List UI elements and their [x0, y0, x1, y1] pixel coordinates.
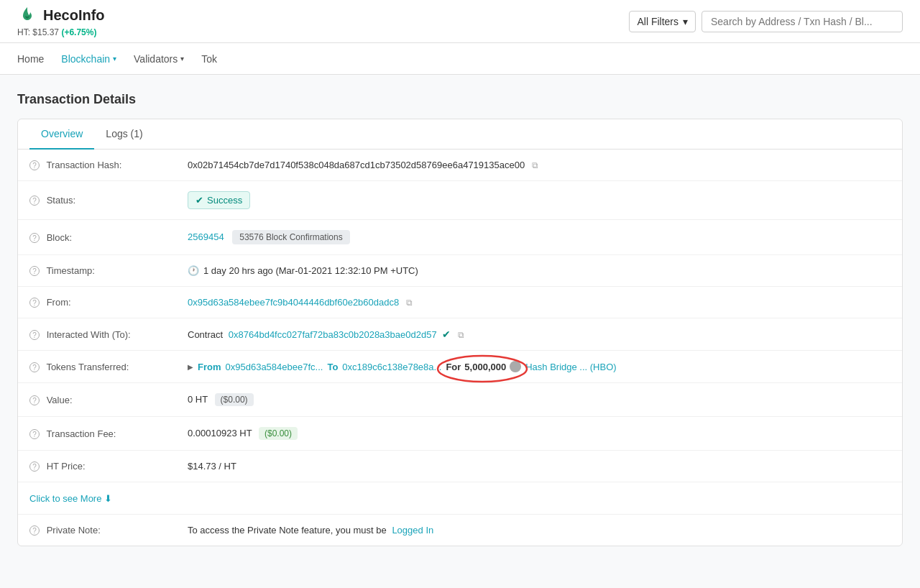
copy-icon[interactable]: ⧉	[406, 298, 413, 308]
chevron-down-icon: ▾	[180, 55, 184, 63]
copy-icon[interactable]: ⧉	[458, 330, 464, 340]
tab-logs[interactable]: Logs (1)	[94, 119, 154, 150]
table-row: ? Value: 0 HT ($0.00)	[18, 383, 902, 417]
header-right: All Filters ▾	[629, 11, 903, 32]
ht-price: HT: $15.37 (+6.75%)	[17, 27, 105, 37]
see-more-row: Click to see More ⬇	[18, 482, 902, 514]
timestamp-row: 🕐 1 day 20 hrs ago (Mar-01-2021 12:32:10…	[188, 265, 891, 276]
from-value: 0x95d63a584ebee7fc9b4044446dbf60e2b60dad…	[176, 287, 902, 318]
tokens-to-address[interactable]: 0xc189c6c138e78e8a...	[342, 362, 441, 372]
tokens-transferred-label: ? Tokens Transferred:	[18, 351, 176, 383]
contract-address-link[interactable]: 0x8764bd4fcc027faf72ba83c0b2028a3bae0d2d…	[229, 329, 437, 340]
from-address-link[interactable]: 0x95d63a584ebee7fc9b4044446dbf60e2b60dad…	[188, 297, 399, 308]
clock-icon: 🕐	[188, 265, 199, 276]
help-icon[interactable]: ?	[29, 395, 40, 405]
help-icon[interactable]: ?	[29, 429, 40, 439]
filter-dropdown[interactable]: All Filters ▾	[629, 11, 696, 32]
tab-overview[interactable]: Overview	[29, 119, 94, 150]
help-icon[interactable]: ?	[29, 160, 40, 170]
from-label: ? From:	[18, 287, 176, 318]
see-more-label: Click to see More	[29, 493, 101, 504]
help-icon[interactable]: ?	[29, 266, 40, 276]
arrow-right-icon: ▶	[188, 363, 193, 371]
nav-validators[interactable]: Validators ▾	[134, 45, 184, 73]
ht-price-value: $14.73 / HT	[176, 451, 902, 482]
main-content: Transaction Details Overview Logs (1) ? …	[0, 75, 920, 564]
token-name-link[interactable]: Hash Bridge ... (HBO)	[525, 362, 616, 372]
status-badge: ✔ Success	[188, 191, 250, 209]
transaction-fee-value: 0.00010923 HT ($0.00)	[176, 417, 902, 451]
block-number-link[interactable]: 2569454	[188, 231, 224, 242]
nav-tok-label: Tok	[201, 53, 217, 65]
fee-usd-badge: ($0.00)	[259, 427, 298, 440]
token-amount-highlight: For 5,000,000	[446, 361, 521, 372]
chevron-down-icon: ▾	[113, 55, 116, 63]
nav-validators-label: Validators	[134, 53, 178, 65]
timestamp-label: ? Timestamp:	[18, 255, 176, 287]
status-label: ? Status:	[18, 181, 176, 220]
copy-icon[interactable]: ⧉	[532, 160, 538, 170]
block-value: 2569454 53576 Block Confirmations	[176, 220, 902, 255]
chevron-down-icon: ▾	[683, 16, 688, 27]
logo-area: HecoInfo HT: $15.37 (+6.75%)	[17, 6, 105, 37]
check-icon: ✔	[196, 195, 203, 206]
verified-icon: ✔	[442, 329, 451, 340]
search-input[interactable]	[702, 11, 903, 32]
logged-in-link[interactable]: Logged In	[392, 525, 433, 536]
tokens-transferred-value: ▶ From 0x95d63a584ebee7fc... To 0xc189c6…	[176, 351, 902, 383]
table-row: ? HT Price: $14.73 / HT	[18, 451, 902, 482]
help-icon[interactable]: ?	[29, 298, 40, 308]
for-keyword: For	[446, 362, 461, 372]
detail-table: ? Transaction Hash: 0x02b71454cb7de7d174…	[18, 150, 902, 482]
header: HecoInfo HT: $15.37 (+6.75%) All Filters…	[0, 0, 920, 43]
token-icon	[510, 361, 521, 372]
help-icon[interactable]: ?	[29, 525, 40, 536]
table-row: ? Transaction Hash: 0x02b71454cb7de7d174…	[18, 150, 902, 181]
tokens-row: ▶ From 0x95d63a584ebee7fc... To 0xc189c6…	[188, 361, 891, 372]
ht-price-label: ? HT Price:	[18, 451, 176, 482]
help-icon[interactable]: ?	[29, 196, 40, 206]
interacted-with-label: ? Interacted With (To):	[18, 318, 176, 351]
ht-price-value: HT: $15.37	[17, 27, 59, 37]
table-row: ? Timestamp: 🕐 1 day 20 hrs ago (Mar-01-…	[18, 255, 902, 287]
transaction-fee-label: ? Transaction Fee:	[18, 417, 176, 451]
from-keyword: From	[198, 362, 221, 372]
usd-badge: ($0.00)	[215, 393, 254, 406]
tokens-from-address[interactable]: 0x95d63a584ebee7fc...	[226, 362, 323, 372]
private-note-label: ? Private Note:	[18, 515, 176, 546]
help-icon[interactable]: ?	[29, 330, 40, 340]
page-title: Transaction Details	[17, 92, 903, 107]
token-amount-value: 5,000,000	[464, 362, 506, 372]
transaction-hash-label: ? Transaction Hash:	[18, 150, 176, 181]
table-row: ? From: 0x95d63a584ebee7fc9b4044446dbf60…	[18, 287, 902, 318]
private-note-row: ? Private Note: To access the Private No…	[18, 515, 902, 546]
status-value: ✔ Success	[176, 181, 902, 220]
table-row: ? Tokens Transferred: ▶ From 0x95d63a584…	[18, 351, 902, 383]
help-icon[interactable]: ?	[29, 233, 40, 243]
table-row: ? Interacted With (To): Contract 0x8764b…	[18, 318, 902, 351]
filter-label: All Filters	[637, 16, 678, 27]
see-more-button[interactable]: Click to see More ⬇	[29, 493, 112, 504]
block-label: ? Block:	[18, 220, 176, 255]
private-note-value: To access the Private Note feature, you …	[176, 515, 902, 546]
nav-blockchain[interactable]: Blockchain ▾	[61, 45, 116, 73]
logo-text: HecoInfo	[43, 7, 105, 24]
nav-bar: Home Blockchain ▾ Validators ▾ Tok	[0, 43, 920, 75]
tabs: Overview Logs (1)	[18, 119, 902, 150]
ht-price-change: (+6.75%)	[61, 27, 96, 37]
value-label: ? Value:	[18, 383, 176, 417]
value-value: 0 HT ($0.00)	[176, 383, 902, 417]
flame-icon	[17, 6, 37, 26]
logo-row: HecoInfo	[17, 6, 105, 26]
help-icon[interactable]: ?	[29, 362, 40, 372]
help-icon[interactable]: ?	[29, 461, 40, 472]
table-row: ? Block: 2569454 53576 Block Confirmatio…	[18, 220, 902, 255]
transaction-hash-value: 0x02b71454cb7de7d1740f538c048da687cd1cb7…	[176, 150, 902, 181]
nav-home[interactable]: Home	[17, 45, 44, 73]
table-row: ? Transaction Fee: 0.00010923 HT ($0.00)	[18, 417, 902, 451]
block-confirmations-badge: 53576 Block Confirmations	[232, 230, 349, 244]
interacted-with-value: Contract 0x8764bd4fcc027faf72ba83c0b2028…	[176, 318, 902, 351]
nav-tok[interactable]: Tok	[201, 45, 217, 73]
transaction-details-card: Overview Logs (1) ? Transaction Hash: 0x…	[17, 119, 903, 546]
to-keyword: To	[327, 362, 338, 372]
